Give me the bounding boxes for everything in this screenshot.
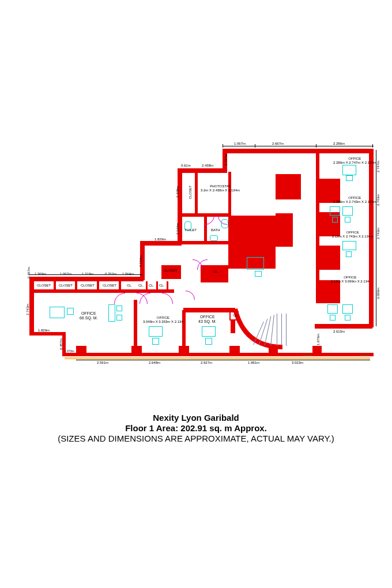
dim-b3: 2.927m	[201, 361, 212, 364]
dim-rv2: 2.743m	[376, 194, 380, 206]
dim-uv2: 2.438m	[176, 186, 179, 198]
label-closet3: CLOSET	[81, 284, 95, 288]
dim-rv1: 2.747m	[376, 161, 380, 172]
label-cl-mid: CL.	[213, 270, 218, 274]
dim-mv1: 2.144m	[176, 223, 179, 235]
dim-lt4: 0.762m	[105, 272, 116, 276]
dim-b2: 2.648m	[149, 361, 160, 364]
dim-u1: 0.61m	[181, 164, 191, 167]
label-cl-stairs: CL.	[233, 314, 238, 318]
label-cl1: CL.	[127, 284, 132, 288]
dim-b5: 3.023m	[292, 361, 303, 364]
label-cl2: CL.	[138, 284, 144, 288]
dim-ls2: 1.073m	[65, 349, 74, 353]
label-closet1: CLOSET	[37, 284, 51, 288]
dim-u2: 2.438m	[202, 164, 213, 167]
dim-rv3: 2.743m	[376, 228, 380, 239]
dim-ls1: 1.829m	[38, 329, 50, 332]
dim-lt2: 1.067m	[60, 272, 71, 276]
label-photostat: PHOTOSTAT3.2m X 2.438m X 2.134m	[201, 184, 240, 192]
label-office-r1: OFFICE2.286m X 2.747m X 2.134m	[333, 157, 376, 164]
label-closet2: CLOSET	[59, 284, 73, 288]
label-closet4: CLOSET	[103, 284, 116, 288]
dim-lt5: 1.064m	[122, 272, 134, 276]
dim-rv5: 1.676m	[316, 334, 320, 345]
dim-m1: 1.829m	[154, 238, 166, 241]
dim-lsv1: 2.743m	[26, 304, 29, 315]
dim-top1: 1.067m	[234, 142, 246, 145]
dim-b4: 1.981m	[248, 361, 259, 364]
dim-mv2: 2.134m	[139, 255, 142, 267]
dim-rv4: 3.099m	[376, 288, 380, 299]
label-office-b1: OFFICE3.048m X 3.353m X 2.134	[143, 316, 183, 323]
dim-ltv1: 0.457m	[27, 267, 31, 278]
label-closet-mid: CLOSET	[164, 269, 178, 273]
label-office-r4: OFFICE2.13m X 3.099m X 2.134	[331, 276, 369, 283]
dim-lt3: 1.219m	[82, 272, 93, 276]
dim-top3: 2.286m	[333, 142, 345, 145]
dim-uv1: 1.727m	[224, 154, 228, 165]
label-office-r2: OFFICE2.286m X 2.743m X 2.134m	[333, 196, 376, 203]
label-office-r3: OFFICE2.13m X 2.743m X 2.134m	[332, 231, 373, 238]
label-cl4: CL.	[159, 284, 164, 288]
label-cl3: CL.	[149, 284, 154, 288]
label-office66: OFFICE66 SQ. M.	[80, 311, 98, 320]
dim-lt1: 1.369m	[35, 272, 46, 276]
label-bath: BATH	[211, 228, 220, 232]
dim-top2: 2.667m	[272, 142, 284, 145]
label-toilet: TOILET	[184, 228, 197, 232]
floor-plan: OFFICE66 SQ. M. OFFICE3.048m X 3.353m X …	[28, 144, 374, 369]
title-line2: Floor 1 Area: 202.91 sq. m Approx.	[0, 423, 392, 433]
dim-b1: 2.591m	[97, 361, 108, 364]
title-line1: Nexity Lyon Garibald	[0, 413, 392, 423]
dim-rd1: 2.615m	[333, 330, 345, 333]
title-line3: (SIZES AND DIMENSIONS ARE APPROXIMATE, A…	[0, 434, 392, 443]
label-closet-upper: CLOSET	[189, 185, 193, 199]
dim-lsv2: 0.457m	[59, 338, 63, 350]
label-office43: OFFICE43 SQ. M.	[198, 315, 217, 323]
